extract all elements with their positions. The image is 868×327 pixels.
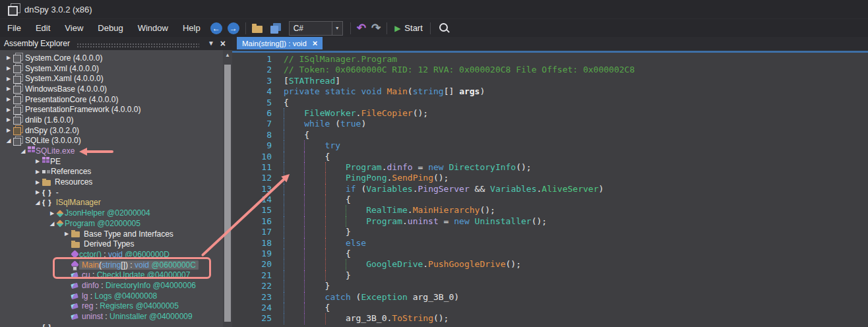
indent-guide <box>325 259 346 270</box>
code-line-20: 20GoogleDrive.PushGoogleDrive(); <box>245 259 868 270</box>
indent-guide <box>325 227 346 237</box>
field-icon <box>71 314 78 320</box>
chevron-collapsed-icon[interactable]: ▶ <box>4 76 13 82</box>
menu-window[interactable]: Window <box>131 19 175 37</box>
tree-item-label: SQLite (3.0.0.0) <box>25 136 81 145</box>
code-token: arg_3B_0. <box>346 313 392 323</box>
indent-guide <box>346 259 366 270</box>
tree-item-system-xml-4-0-0-0[interactable]: ▶System.Xml (4.0.0.0) <box>0 63 223 74</box>
indent-guide <box>325 216 346 227</box>
menu-debug[interactable]: Debug <box>90 19 130 37</box>
code-line-22: 22} <box>245 281 868 291</box>
chevron-expanded-icon[interactable]: ◢ <box>47 220 57 227</box>
chevron-collapsed-icon[interactable]: ▶ <box>4 65 13 71</box>
chevron-collapsed-icon[interactable]: ▶ <box>33 169 42 175</box>
line-number: 11 <box>245 162 272 173</box>
tree-item-isqlmanager[interactable]: ◢ISqlManager <box>0 198 223 208</box>
tree-item-sqlite-3-0-0-0[interactable]: ◢SQLite (3.0.0.0) <box>0 136 223 146</box>
play-icon: ▶ <box>394 24 400 33</box>
search-icon[interactable] <box>439 23 448 32</box>
tree-item-row-26[interactable] <box>0 322 223 327</box>
label-token: SQLite (3.0.0.0) <box>25 136 81 145</box>
code-token: . <box>402 216 408 226</box>
chevron-expanded-icon[interactable]: ◢ <box>4 137 13 144</box>
chevron-collapsed-icon[interactable]: ▶ <box>4 55 13 61</box>
open-file-icon[interactable] <box>252 24 263 33</box>
tree-item-label: - <box>56 188 59 197</box>
menu-edit[interactable]: Edit <box>28 19 57 37</box>
menu-view[interactable]: View <box>57 19 90 37</box>
line-number: 7 <box>245 119 272 129</box>
save-all-icon[interactable] <box>268 23 282 34</box>
scrollbar-thumb[interactable] <box>224 65 231 322</box>
chevron-collapsed-icon[interactable]: ▶ <box>4 86 13 92</box>
module-icon <box>42 157 46 160</box>
tree-item-base-type-and-interfaces[interactable]: ▶Base Type and Interfaces <box>0 229 223 239</box>
tree-item-derived-types[interactable]: Derived Types <box>0 239 223 249</box>
tree-item-dnlib-1-6-0-0[interactable]: ▶dnlib (1.6.0.0) <box>0 115 223 125</box>
tree-item-windowsbase-4-0-0-0[interactable]: ▶WindowsBase (4.0.0.0) <box>0 84 223 94</box>
indent-guide <box>284 130 304 140</box>
tree-item-dnspy-3-0-2-0[interactable]: ▶dnSpy (3.0.2.0) <box>0 125 223 136</box>
assembly-icon <box>13 86 21 94</box>
chevron-collapsed-icon[interactable]: ▶ <box>33 179 42 185</box>
tree-scrollbar[interactable]: ▲ <box>223 50 232 327</box>
start-button[interactable]: ▶ Start <box>394 23 423 33</box>
code-editor-pane: Main(string[]) : void × 1// ISqlManager.… <box>232 37 868 327</box>
navigate-back-icon[interactable]: ← <box>210 22 222 34</box>
code-token: = <box>413 162 428 172</box>
tree-item-label: uninst : Uninstaller @04000009 <box>82 312 193 321</box>
code-line-2: 2// Token: 0x0600000C RID: 12 RVA: 0x000… <box>245 65 868 75</box>
code-token: FileWorker <box>304 108 356 118</box>
tree-item-system-core-4-0-0-0[interactable]: ▶System.Core (4.0.0.0) <box>0 53 223 63</box>
tree-item-references[interactable]: ▶References <box>0 167 223 177</box>
tab-main-method[interactable]: Main(string[]) : void × <box>237 37 323 49</box>
code-token: { <box>284 98 289 107</box>
menu-help[interactable]: Help <box>175 19 208 37</box>
indent-guide <box>304 281 325 291</box>
line-number: 23 <box>245 292 272 303</box>
tree-item-jsonhelper[interactable]: ▶JsonHelper @02000004 <box>0 208 223 218</box>
tree-item-program[interactable]: ◢Program @02000005 <box>0 218 223 229</box>
chevron-collapsed-icon[interactable]: ▶ <box>4 127 13 133</box>
chevron-expanded-icon[interactable]: ◢ <box>18 148 28 154</box>
menu-file[interactable]: File <box>0 19 28 37</box>
code-token: { <box>325 303 330 312</box>
chevron-collapsed-icon[interactable]: ▶ <box>33 158 42 164</box>
tree-item-row-13[interactable]: ▶- <box>0 187 223 198</box>
scroll-up-icon[interactable]: ▲ <box>223 50 232 59</box>
chevron-collapsed-icon[interactable]: ▶ <box>62 231 71 237</box>
language-combobox[interactable]: C# ▼ <box>289 21 343 36</box>
panel-menu-icon[interactable]: ▼ <box>204 37 218 50</box>
undo-icon[interactable]: ↶ <box>357 21 366 35</box>
panel-grip[interactable] <box>77 43 199 47</box>
combobox-dropdown-icon[interactable]: ▼ <box>332 22 342 35</box>
tree-item-pe[interactable]: ▶PE <box>0 156 223 167</box>
code-token: else <box>346 238 366 248</box>
code-token: (); <box>480 205 495 215</box>
tree-item-dinfo[interactable]: dinfo : DirectoryInfo @04000006 <box>0 280 223 291</box>
tab-close-icon[interactable]: × <box>313 37 318 49</box>
chevron-expanded-icon[interactable]: ◢ <box>33 199 42 206</box>
tree-item-presentationframework-4-0-0-0[interactable]: ▶PresentationFramework (4.0.0.0) <box>0 104 223 115</box>
chevron-collapsed-icon[interactable]: ▶ <box>47 210 57 216</box>
indent-guide <box>284 313 304 324</box>
tree-item-lg[interactable]: lg : Logs @04000008 <box>0 291 223 301</box>
tree-item-uninst[interactable]: uninst : Uninstaller @04000009 <box>0 311 223 322</box>
tree-item-reg[interactable]: reg : Registers @04000005 <box>0 301 223 312</box>
chevron-collapsed-icon[interactable]: ▶ <box>33 189 42 195</box>
chevron-collapsed-icon[interactable]: ▶ <box>4 117 13 123</box>
tree-item-resources[interactable]: ▶Resources <box>0 177 223 187</box>
redo-icon[interactable]: ↷ <box>371 21 381 35</box>
indent-guide <box>325 249 346 259</box>
chevron-collapsed-icon[interactable]: ▶ <box>4 107 13 113</box>
line-number: 5 <box>245 98 272 108</box>
tree-item-system-xaml-4-0-0-0[interactable]: ▶System.Xaml (4.0.0.0) <box>0 73 223 84</box>
chevron-collapsed-icon[interactable]: ▶ <box>4 96 13 102</box>
navigate-forward-icon[interactable]: → <box>228 22 239 34</box>
references-icon <box>42 170 46 173</box>
panel-title: Assembly Explorer <box>4 39 70 48</box>
panel-close-icon[interactable]: × <box>218 37 228 50</box>
tree-item-presentationcore-4-0-0-0[interactable]: ▶PresentationCore (4.0.0.0) <box>0 94 223 105</box>
indent-guide <box>304 249 325 259</box>
